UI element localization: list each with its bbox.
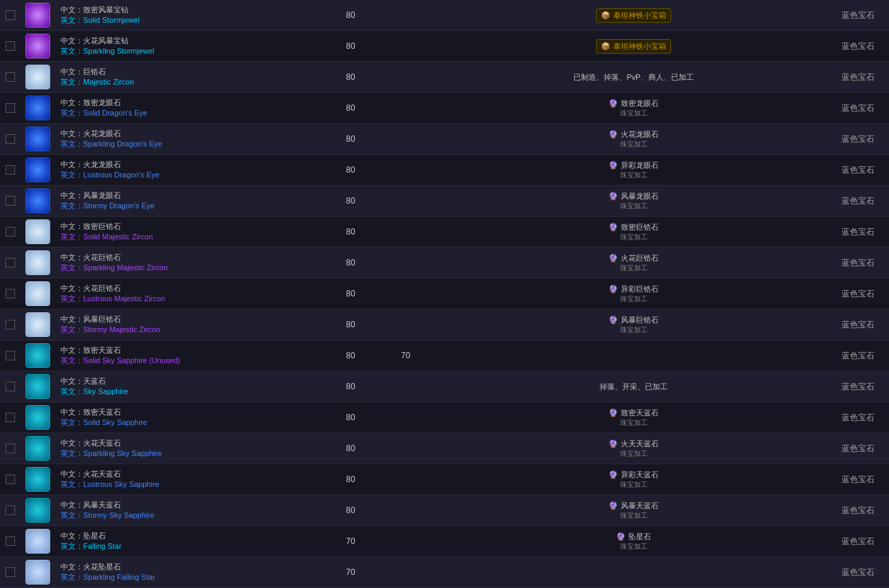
row-checkbox[interactable] <box>6 41 15 51</box>
item-level: 80 <box>330 351 371 360</box>
item-level: 80 <box>330 289 371 298</box>
gem-icon-col <box>21 250 55 275</box>
gem-icon <box>25 405 50 430</box>
row-checkbox[interactable] <box>6 536 15 546</box>
item-name-col: 中文：火花天蓝石 英文：Sparkling Sky Sapphire <box>55 435 330 461</box>
row-checkbox[interactable] <box>6 475 15 484</box>
table-row: 中文：致密天蓝石 英文：Solid Sky Sapphire 80 🔮 致密天蓝… <box>0 402 889 433</box>
row-checkbox-col <box>0 413 21 422</box>
craft-name: 🔮 风暴巨锆石 <box>608 315 658 325</box>
item-name-en[interactable]: 英文：Sparkling Falling Star <box>61 572 325 582</box>
row-checkbox[interactable] <box>6 72 15 82</box>
item-name-en[interactable]: 英文：Sparkling Stormjewel <box>61 46 325 56</box>
row-checkbox[interactable] <box>6 289 15 298</box>
item-name-en[interactable]: 英文：Sparkling Sky Sapphire <box>61 448 325 459</box>
item-name-col: 中文：风暴天蓝石 英文：Stormy Sky Sapphire <box>55 497 330 523</box>
source-chest[interactable]: 📦 泰坦神铁小宝箱 <box>596 8 670 23</box>
item-name-cn: 中文：致密天蓝石 <box>61 345 325 356</box>
row-checkbox[interactable] <box>6 320 15 329</box>
source-craft: 🔮 致密龙眼石 珠宝加工 <box>446 98 822 118</box>
item-extra: 70 <box>371 351 440 360</box>
row-checkbox[interactable] <box>6 351 15 360</box>
item-name-cn: 中文：坠星石 <box>61 531 325 541</box>
table-row: 中文：致密龙眼石 英文：Solid Dragon's Eye 80 🔮 致密龙眼… <box>0 93 889 124</box>
row-checkbox[interactable] <box>6 413 15 422</box>
item-type: 蓝色宝石 <box>827 443 889 455</box>
gem-icon-col <box>21 529 55 554</box>
row-checkbox-col <box>0 103 21 113</box>
gem-icon-col <box>21 374 55 399</box>
item-name-en[interactable]: 英文：Solid Sky Sapphire (Unused) <box>61 356 325 366</box>
item-type: 蓝色宝石 <box>827 133 889 145</box>
item-name-en[interactable]: 英文：Stormy Sky Sapphire <box>61 510 325 521</box>
row-checkbox[interactable] <box>6 258 15 268</box>
row-checkbox[interactable] <box>6 227 15 237</box>
item-name-col: 中文：致密龙眼石 英文：Solid Dragon's Eye <box>55 95 330 121</box>
item-name-en[interactable]: 英文：Solid Dragon's Eye <box>61 108 325 118</box>
item-name-cn: 中文：火花龙眼石 <box>61 129 325 139</box>
item-name-col: 中文：火龙龙眼石 英文：Lustrous Dragon's Eye <box>55 157 330 183</box>
item-name-en[interactable]: 英文：Stormy Dragon's Eye <box>61 201 325 211</box>
item-level: 80 <box>330 413 371 422</box>
gem-icon <box>25 312 50 337</box>
gem-icon-col <box>21 281 55 306</box>
item-type: 蓝色宝石 <box>827 72 889 83</box>
item-level: 80 <box>330 227 371 237</box>
item-level: 80 <box>330 505 371 515</box>
craft-name: 🔮 异彩天蓝石 <box>608 470 658 480</box>
row-checkbox[interactable] <box>6 134 15 144</box>
row-checkbox[interactable] <box>6 165 15 175</box>
item-type: 蓝色宝石 <box>827 195 889 207</box>
craft-sub: 珠宝加工 <box>620 109 648 118</box>
item-name-cn: 中文：致密风暴宝钻 <box>61 5 325 15</box>
item-level: 80 <box>330 258 371 268</box>
item-name-en[interactable]: 英文：Solid Sky Sapphire <box>61 417 325 428</box>
source-craft: 🔮 异彩巨锆石 珠宝加工 <box>446 284 822 304</box>
item-name-en[interactable]: 英文：Lustrous Sky Sapphire <box>61 479 325 490</box>
row-checkbox[interactable] <box>6 103 15 113</box>
row-checkbox[interactable] <box>6 505 15 515</box>
row-checkbox[interactable] <box>6 444 15 453</box>
item-name-col: 中文：风暴龙眼石 英文：Stormy Dragon's Eye <box>55 188 330 214</box>
table-row: 中文：火龙龙眼石 英文：Lustrous Dragon's Eye 80 🔮 异… <box>0 155 889 186</box>
item-name-en[interactable]: 英文：Sparkling Dragon's Eye <box>61 139 325 149</box>
item-name-en[interactable]: 英文：Lustrous Dragon's Eye <box>61 170 325 180</box>
item-level: 80 <box>330 72 371 82</box>
gem-icon-col <box>21 219 55 244</box>
item-name-col: 中文：致密天蓝石 英文：Solid Sky Sapphire <box>55 404 330 431</box>
item-source: 🔮 风暴龙眼石 珠宝加工 <box>440 188 827 214</box>
gem-icon <box>25 65 50 89</box>
item-level: 80 <box>330 165 371 175</box>
item-source: 🔮 致密巨锆石 珠宝加工 <box>440 219 827 245</box>
gem-icon-col <box>21 34 55 58</box>
item-name-en[interactable]: 英文：Falling Star <box>61 541 325 552</box>
gem-icon <box>25 374 50 399</box>
source-chest[interactable]: 📦 泰坦神铁小宝箱 <box>596 39 670 54</box>
item-name-en[interactable]: 英文：Solid Majestic Zircon <box>61 232 325 242</box>
row-checkbox[interactable] <box>6 382 15 391</box>
item-name-en[interactable]: 英文：Majestic Zircon <box>61 77 325 87</box>
row-checkbox-col <box>0 134 21 144</box>
source-craft: 🔮 致密巨锆石 珠宝加工 <box>446 222 822 242</box>
item-name-en[interactable]: 英文：Solid Stormjewel <box>61 15 325 25</box>
gem-icon <box>25 343 50 368</box>
item-name-en[interactable]: 英文：Sky Sapphire <box>61 386 325 397</box>
item-level: 70 <box>330 536 371 546</box>
gem-icon-col <box>21 96 55 120</box>
item-type: 蓝色宝石 <box>827 474 889 486</box>
item-name-en[interactable]: 英文：Stormy Majestic Zircon <box>61 325 325 335</box>
row-checkbox-col <box>0 505 21 515</box>
item-source: 🔮 致密天蓝石 珠宝加工 <box>440 405 827 431</box>
item-type: 蓝色宝石 <box>827 536 889 547</box>
item-name-en[interactable]: 英文：Lustrous Majestic Zircon <box>61 294 325 304</box>
row-checkbox[interactable] <box>6 10 15 20</box>
item-name-col: 中文：火花天蓝石 英文：Lustrous Sky Sapphire <box>55 466 330 492</box>
item-name-en[interactable]: 英文：Sparkling Majestic Zircon <box>61 263 325 273</box>
row-checkbox[interactable] <box>6 196 15 206</box>
craft-sub: 珠宝加工 <box>620 480 648 490</box>
item-type: 蓝色宝石 <box>827 41 889 52</box>
row-checkbox[interactable] <box>6 567 15 577</box>
gem-icon <box>25 560 50 585</box>
item-source: 🔮 风暴巨锆石 珠宝加工 <box>440 312 827 338</box>
table-row: 中文：致密天蓝石 英文：Solid Sky Sapphire (Unused) … <box>0 340 889 371</box>
